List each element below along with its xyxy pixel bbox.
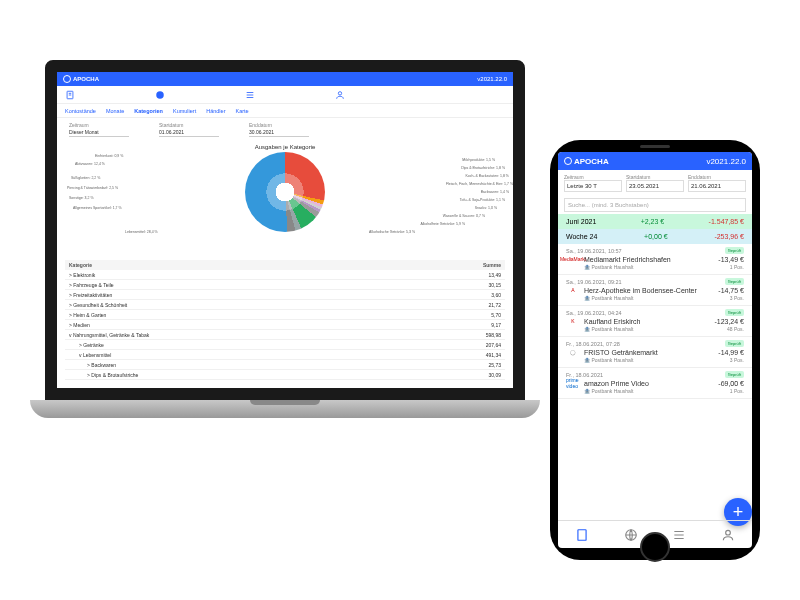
phone-mockup: APOCHA v2021.22.0 ZeitraumLetzte 30 T St… <box>550 140 760 560</box>
chart-title: Ausgaben je Kategorie <box>65 144 505 150</box>
laptop-screen: APOCHA v2021.22.0 Kontostände Monate Kat… <box>45 60 525 400</box>
table-row[interactable]: > Heim & Garten5,70 <box>65 310 505 320</box>
svg-rect-3 <box>578 529 586 540</box>
pie-chart[interactable] <box>245 152 325 232</box>
app-header: APOCHA v2021.22.0 <box>57 72 513 86</box>
table-row[interactable]: > Dips & Brotaufstriche30,09 <box>65 370 505 380</box>
table-row[interactable]: > Getränke207,64 <box>65 340 505 350</box>
tab-monate[interactable]: Monate <box>106 108 124 114</box>
slice-sonstige: Sonstige: 3,2 % <box>69 196 94 200</box>
merchant-icon: ◯ <box>566 347 580 357</box>
summary-week[interactable]: Woche 24 +0,00 € -253,96 € <box>558 229 752 244</box>
status-badge: Geprüft <box>725 247 744 254</box>
transaction-item[interactable]: GeprüftSa., 19.06.2021, 04:24KKaufland E… <box>558 306 752 337</box>
transaction-list: GeprüftSa., 19.06.2021, 10:57MediaMarktM… <box>558 244 752 520</box>
phone-start-filter[interactable]: Startdatum23.05.2021 <box>626 174 684 192</box>
nav-list-icon[interactable] <box>672 528 686 542</box>
phone-filter-bar: ZeitraumLetzte 30 T Startdatum23.05.2021… <box>558 170 752 196</box>
table-row[interactable]: v Nahrungsmittel, Getränke & Tabak598,98 <box>65 330 505 340</box>
status-badge: Geprüft <box>725 278 744 285</box>
table-row[interactable]: > Medien9,17 <box>65 320 505 330</box>
tab-karte[interactable]: Karte <box>235 108 248 114</box>
transaction-item[interactable]: GeprüftSa., 19.06.2021, 10:57MediaMarktM… <box>558 244 752 275</box>
table-row[interactable]: > Elektronik13,49 <box>65 270 505 280</box>
table-row[interactable]: > Gesundheit & Schönheit21,72 <box>65 300 505 310</box>
nav-user-icon[interactable] <box>721 528 735 542</box>
tab-haendler[interactable]: Händler <box>206 108 225 114</box>
laptop-mockup: APOCHA v2021.22.0 Kontostände Monate Kat… <box>30 60 540 560</box>
svg-point-1 <box>156 91 164 99</box>
period-filter[interactable]: ZeitraumDieser Monat <box>69 122 129 136</box>
transaction-item[interactable]: GeprüftSa., 19.06.2021, 09:21AHerz-Apoth… <box>558 275 752 306</box>
globe-icon[interactable] <box>155 90 165 100</box>
svg-point-5 <box>725 530 730 535</box>
phone-screen: APOCHA v2021.22.0 ZeitraumLetzte 30 T St… <box>558 152 752 548</box>
merchant-icon: MediaMarkt <box>566 254 580 264</box>
nav-document-icon[interactable] <box>575 528 589 542</box>
filter-bar: ZeitraumDieser Monat Startdatum01.06.202… <box>57 118 513 140</box>
app-name: APOCHA <box>73 76 99 82</box>
transaction-item[interactable]: GeprüftFr., 18.06.2021, 07:28◯FRISTO Get… <box>558 337 752 368</box>
laptop-base <box>30 400 540 418</box>
merchant-icon: K <box>566 316 580 326</box>
table-row[interactable]: > Freizeitaktivitäten3,60 <box>65 290 505 300</box>
phone-period-filter[interactable]: ZeitraumLetzte 30 T <box>564 174 622 192</box>
main-toolbar <box>57 86 513 104</box>
start-date-filter[interactable]: Startdatum01.06.2021 <box>159 122 219 136</box>
status-badge: Geprüft <box>725 371 744 378</box>
nav-globe-icon[interactable] <box>624 528 638 542</box>
slice-lebensmittel: Lebensmittel: 28,4 % <box>125 230 158 234</box>
tab-kontostaende[interactable]: Kontostände <box>65 108 96 114</box>
tab-kategorien[interactable]: Kategorien <box>134 108 163 114</box>
table-row[interactable]: > Fahrzeuge & Teile30,15 <box>65 280 505 290</box>
end-date-filter[interactable]: Enddatum30.06.2021 <box>249 122 309 136</box>
status-badge: Geprüft <box>725 309 744 316</box>
category-tabs: Kontostände Monate Kategorien Kumuliert … <box>57 104 513 118</box>
document-icon[interactable] <box>65 90 75 100</box>
summary-month[interactable]: Juni 2021 +2,23 € -1.547,85 € <box>558 214 752 229</box>
app-version: v2021.22.0 <box>477 76 507 82</box>
merchant-icon: prime video <box>566 378 580 388</box>
user-icon[interactable] <box>335 90 345 100</box>
tab-kumuliert[interactable]: Kumuliert <box>173 108 196 114</box>
status-badge: Geprüft <box>725 340 744 347</box>
slice-sport: Allgemeines Sportartikel: 1,7 % <box>73 206 122 210</box>
list-icon[interactable] <box>245 90 255 100</box>
logo-icon <box>63 75 71 83</box>
slice-suess: Süßigkeiten: 2,2 % <box>71 176 100 180</box>
phone-end-filter[interactable]: Enddatum21.06.2021 <box>688 174 746 192</box>
logo-icon <box>564 157 572 165</box>
merchant-icon: A <box>566 285 580 295</box>
slice-piercing: Piercing & Tätowierbedarf: 2,5 % <box>67 186 118 190</box>
table-row[interactable]: v Lebensmittel491,34 <box>65 350 505 360</box>
transaction-item[interactable]: GeprüftFr., 18.06.2021prime videoamazon … <box>558 368 752 399</box>
table-row[interactable]: > Backwaren25,73 <box>65 360 505 370</box>
chart-area: Ausgaben je Kategorie Aktivwaren: 12,4 %… <box>57 140 513 260</box>
svg-point-2 <box>338 91 341 94</box>
table-header: Kategorie Summe <box>65 260 505 270</box>
search-input[interactable]: Suche... (mind. 3 Buchstaben) <box>564 198 746 212</box>
phone-header: APOCHA v2021.22.0 <box>558 152 752 170</box>
category-table: Kategorie Summe > Elektronik13,49> Fahrz… <box>57 260 513 380</box>
home-button[interactable] <box>640 532 670 562</box>
